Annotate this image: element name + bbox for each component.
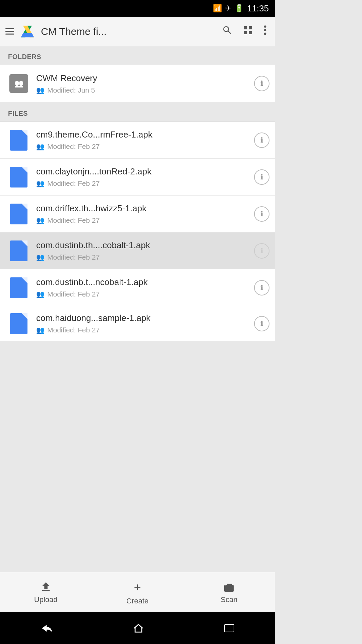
file-modified: Modified: Feb 27	[47, 290, 100, 298]
file-name: cm9.theme.Co...rmFree-1.apk	[36, 129, 250, 140]
back-button[interactable]	[30, 620, 63, 636]
upload-label: Upload	[34, 595, 58, 604]
file-modified: Modified: Feb 27	[47, 326, 100, 334]
file-icon-wrap	[5, 240, 32, 261]
file-item[interactable]: cm9.theme.Co...rmFree-1.apk 👥 Modified: …	[0, 122, 275, 159]
file-modified: Modified: Feb 27	[47, 179, 100, 187]
status-bar: 📶 ✈ 🔋 11:35	[0, 0, 275, 17]
file-icon	[10, 204, 27, 224]
menu-button[interactable]	[5, 28, 14, 35]
upload-button[interactable]: Upload	[26, 581, 66, 604]
status-time: 11:35	[247, 3, 269, 14]
file-meta: 👥 Modified: Feb 27	[36, 143, 250, 151]
file-icon-wrap	[5, 130, 32, 151]
file-icon-wrap	[5, 313, 32, 334]
file-modified: Modified: Feb 27	[47, 143, 100, 151]
search-button[interactable]	[219, 22, 235, 41]
file-name: com.dustinb.t...ncobalt-1.apk	[36, 277, 250, 287]
svg-rect-8	[225, 625, 234, 632]
folder-icon-wrap	[5, 74, 32, 93]
file-icon-wrap	[5, 204, 32, 224]
folder-info-button[interactable]: ℹ	[254, 76, 269, 91]
file-info: com.dustinb.th....cobalt-1.apk 👥 Modifie…	[32, 240, 254, 261]
create-label: Create	[126, 597, 148, 605]
app-header: CM Theme fi...	[0, 17, 275, 46]
file-info-button[interactable]: ℹ	[254, 206, 269, 222]
file-icon	[10, 130, 27, 151]
file-name: com.dustinb.th....cobalt-1.apk	[36, 240, 250, 251]
shared-icon: 👥	[36, 290, 45, 298]
file-info: com.haiduong...sample-1.apk 👥 Modified: …	[32, 313, 254, 334]
file-icon	[10, 313, 27, 334]
status-icons: 📶 ✈ 🔋 11:35	[213, 3, 269, 14]
files-container: cm9.theme.Co...rmFree-1.apk 👥 Modified: …	[0, 121, 275, 341]
shared-icon: 👥	[36, 253, 45, 261]
file-icon-wrap	[5, 167, 32, 187]
file-icon-wrap	[5, 277, 32, 298]
file-meta: 👥 Modified: Feb 27	[36, 179, 250, 187]
shared-icon: 👥	[36, 143, 45, 151]
create-button[interactable]: ＋ Create	[117, 579, 158, 605]
nav-bar	[0, 612, 275, 644]
file-meta: 👥 Modified: Feb 27	[36, 253, 250, 261]
folders-container: CWM Recovery 👥 Modified: Jun 5 ℹ	[0, 65, 275, 102]
file-meta: 👥 Modified: Feb 27	[36, 290, 250, 298]
file-item[interactable]: com.claytonjn....tonRed-2.apk 👥 Modified…	[0, 159, 275, 196]
more-options-button[interactable]	[261, 22, 269, 41]
file-info-button[interactable]: ℹ	[254, 132, 269, 148]
scan-button[interactable]: Scan	[209, 581, 249, 604]
content-area: FOLDERS CWM Recovery 👥 Modified: Jun 5 ℹ…	[0, 46, 275, 341]
file-info: cm9.theme.Co...rmFree-1.apk 👥 Modified: …	[32, 129, 254, 151]
file-item[interactable]: com.dustinb.t...ncobalt-1.apk 👥 Modified…	[0, 269, 275, 306]
battery-icon: 🔋	[235, 4, 244, 13]
folder-item[interactable]: CWM Recovery 👥 Modified: Jun 5 ℹ	[0, 65, 275, 102]
wifi-icon: 📶	[213, 4, 222, 13]
file-name: com.claytonjn....tonRed-2.apk	[36, 166, 250, 177]
shared-icon: 👥	[36, 86, 45, 94]
drive-logo	[19, 23, 36, 40]
folder-name: CWM Recovery	[36, 73, 250, 84]
file-modified: Modified: Feb 27	[47, 216, 100, 224]
file-item[interactable]: com.dustinb.th....cobalt-1.apk 👥 Modifie…	[0, 232, 275, 269]
folders-section-label: FOLDERS	[0, 46, 275, 65]
airplane-icon: ✈	[225, 4, 231, 13]
file-info: com.dustinb.t...ncobalt-1.apk 👥 Modified…	[32, 277, 254, 298]
folder-modified: Modified: Jun 5	[47, 86, 95, 94]
file-info-button[interactable]: ℹ	[254, 243, 269, 259]
shared-icon: 👥	[36, 216, 45, 224]
file-icon	[10, 277, 27, 298]
svg-marker-4	[21, 33, 34, 37]
file-name: com.haiduong...sample-1.apk	[36, 313, 250, 323]
shared-icon: 👥	[36, 326, 45, 334]
file-meta: 👥 Modified: Feb 27	[36, 326, 250, 334]
file-info-button[interactable]: ℹ	[254, 169, 269, 185]
file-icon	[10, 240, 27, 261]
file-info: com.driffex.th...hwizz5-1.apk 👥 Modified…	[32, 203, 254, 224]
file-modified: Modified: Feb 27	[47, 253, 100, 261]
folder-info: CWM Recovery 👥 Modified: Jun 5	[32, 73, 254, 94]
svg-point-7	[264, 33, 266, 35]
files-section-label: FILES	[0, 103, 275, 121]
create-icon: ＋	[132, 579, 143, 595]
svg-point-5	[264, 25, 266, 28]
recents-button[interactable]	[214, 620, 245, 636]
grid-view-button[interactable]	[240, 22, 256, 41]
file-info-button[interactable]: ℹ	[254, 280, 269, 296]
file-name: com.driffex.th...hwizz5-1.apk	[36, 203, 250, 214]
folder-icon	[9, 74, 28, 93]
home-button[interactable]	[123, 619, 154, 637]
camera-icon	[223, 581, 235, 593]
file-meta: 👥 Modified: Feb 27	[36, 216, 250, 224]
upload-icon	[40, 581, 52, 593]
scan-label: Scan	[221, 595, 237, 604]
file-icon	[10, 167, 27, 187]
svg-point-6	[264, 29, 266, 32]
bottom-action-bar: Upload ＋ Create Scan	[0, 572, 275, 612]
folder-meta: 👥 Modified: Jun 5	[36, 86, 250, 94]
file-info: com.claytonjn....tonRed-2.apk 👥 Modified…	[32, 166, 254, 187]
file-item[interactable]: com.haiduong...sample-1.apk 👥 Modified: …	[0, 306, 275, 341]
file-info-button[interactable]: ℹ	[254, 316, 269, 331]
file-item[interactable]: com.driffex.th...hwizz5-1.apk 👥 Modified…	[0, 196, 275, 232]
shared-icon: 👥	[36, 179, 45, 187]
header-title: CM Theme fi...	[41, 26, 215, 37]
